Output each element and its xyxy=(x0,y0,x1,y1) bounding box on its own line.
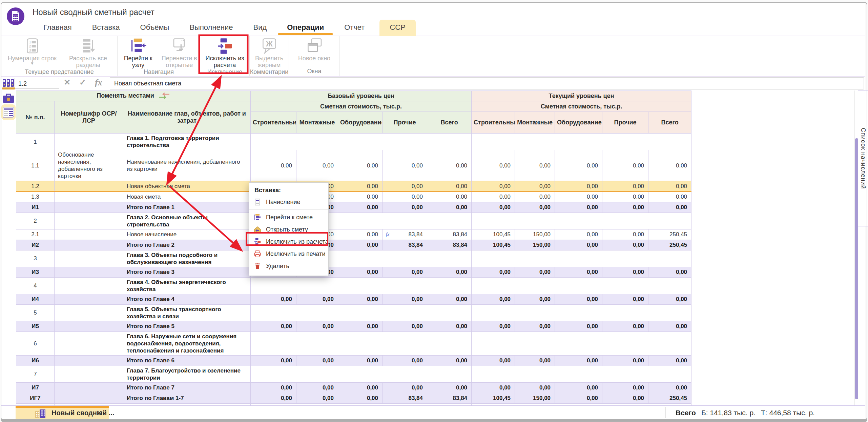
tab-ssr[interactable]: ССР xyxy=(379,20,415,36)
formula-input[interactable]: Новая объектная смета xyxy=(110,77,864,89)
fx-function-icon[interactable]: fx xyxy=(95,78,102,88)
cell-current-empty[interactable] xyxy=(472,213,691,229)
cell-base-value[interactable]: 0,00 xyxy=(251,321,296,331)
cell-current-value[interactable]: 100,45 xyxy=(472,240,515,250)
cell-current-value[interactable]: 0,00 xyxy=(602,382,648,393)
table-row[interactable]: И2Итого по Главе 20,000,000,0083,8483,84… xyxy=(16,240,691,250)
col-header-base-other[interactable]: Прочие xyxy=(383,112,427,134)
cell-base-value[interactable]: 0,00 xyxy=(251,150,296,181)
table-row[interactable]: 3Глава 3. Объекты подсобного и обслужива… xyxy=(16,250,691,267)
col-header-name[interactable]: Наименование глав, объектов, работ и зат… xyxy=(123,101,251,134)
cell-current-empty[interactable] xyxy=(472,331,691,355)
cell-base-value[interactable]: 0,00 xyxy=(383,355,427,366)
table-row[interactable]: И3Итого по Главе 30,000,000,000,000,000,… xyxy=(16,267,691,277)
cell-current-value[interactable]: 150,00 xyxy=(515,229,555,240)
cell-base-value[interactable]: 0,00 xyxy=(427,150,472,181)
cell-current-value[interactable]: 100,45 xyxy=(472,393,515,403)
cell-base-value[interactable]: 0,00 xyxy=(427,382,472,393)
bold-comment-button[interactable]: Ж Выделить жирным xyxy=(250,38,288,68)
cell-row-num[interactable]: ИГ7 xyxy=(16,393,55,403)
cell-base-empty[interactable] xyxy=(251,331,472,355)
cell-current-empty[interactable] xyxy=(472,250,691,267)
cell-name[interactable]: Новое начисление xyxy=(123,229,251,240)
cell-name[interactable]: Глава 5. Объекты транспортного хозяйства… xyxy=(123,304,251,321)
cell-current-value[interactable]: 0,00 xyxy=(472,382,515,393)
tab-vypolnenie[interactable]: Выполнение xyxy=(184,20,238,36)
cell-current-value[interactable]: 250,45 xyxy=(648,229,691,240)
cell-code[interactable] xyxy=(55,331,123,355)
cell-current-value[interactable]: 0,00 xyxy=(648,294,691,304)
cell-name[interactable]: Наименование начисления, добавленного из… xyxy=(123,150,251,181)
cell-name[interactable]: Глава 3. Объекты подсобного и обслуживаю… xyxy=(123,250,251,267)
cell-base-value[interactable]: 0,00 xyxy=(296,382,338,393)
binders-icon[interactable] xyxy=(2,79,15,90)
col-header-curr-installation[interactable]: Монтажные xyxy=(515,112,555,134)
cell-row-num[interactable]: И7 xyxy=(16,382,55,393)
cell-current-value[interactable]: 0,00 xyxy=(555,393,602,403)
cell-base-value[interactable]: 0,00 xyxy=(383,321,427,331)
cell-current-value[interactable]: 0,00 xyxy=(555,240,602,250)
cell-current-value[interactable]: 0,00 xyxy=(602,240,648,250)
table-row[interactable]: 7Глава 7. Благоустройство и озеленение т… xyxy=(16,366,691,382)
confirm-icon[interactable]: ✓ xyxy=(79,78,86,87)
cell-current-value[interactable]: 0,00 xyxy=(515,321,555,331)
cancel-icon[interactable]: ✕ xyxy=(64,78,70,87)
table-row[interactable]: 4Глава 4. Объекты энергетического хозяйс… xyxy=(16,277,691,294)
cell-code[interactable] xyxy=(55,294,123,304)
cell-current-value[interactable]: 0,00 xyxy=(515,355,555,366)
cell-base-value[interactable]: 0,00 xyxy=(383,202,427,213)
cell-row-num[interactable]: 2.1 xyxy=(16,229,55,240)
cell-current-value[interactable]: 0,00 xyxy=(555,181,602,192)
cell-code[interactable] xyxy=(55,304,123,321)
cell-current-value[interactable]: 0,00 xyxy=(602,192,648,202)
cell-code[interactable] xyxy=(55,355,123,366)
cell-current-value[interactable]: 0,00 xyxy=(648,192,691,202)
goto-node-button[interactable]: Перейти к узлу xyxy=(118,38,159,68)
cell-row-num[interactable]: 5 xyxy=(16,304,55,321)
cell-name[interactable]: Глава 7. Благоустройство и озеленение те… xyxy=(123,366,251,382)
cell-current-value[interactable]: 0,00 xyxy=(602,294,648,304)
cell-current-value[interactable]: 0,00 xyxy=(602,229,648,240)
cell-row-num[interactable]: 7 xyxy=(16,366,55,382)
cell-current-value[interactable]: 0,00 xyxy=(648,150,691,181)
cell-row-num[interactable]: 6 xyxy=(16,331,55,355)
cell-base-value[interactable]: 83,84 xyxy=(383,240,427,250)
cell-base-value[interactable]: 0,00 xyxy=(427,294,472,304)
cell-current-value[interactable]: 0,00 xyxy=(472,321,515,331)
cell-base-value[interactable]: 0,00 xyxy=(427,355,472,366)
cell-current-value[interactable]: 0,00 xyxy=(648,181,691,192)
col-header-curr-other[interactable]: Прочие xyxy=(602,112,648,134)
cell-code[interactable] xyxy=(55,134,123,150)
table-row[interactable]: 1.3Новая смета0,000,000,000,000,000,000,… xyxy=(16,192,691,202)
exclude-from-calc-button[interactable]: Исключить из расчета xyxy=(201,38,249,68)
cell-current-value[interactable]: 150,00 xyxy=(515,240,555,250)
cell-base-value[interactable]: 0,00 xyxy=(383,267,427,277)
cell-base-value[interactable]: 0,00 xyxy=(338,294,383,304)
cell-code[interactable] xyxy=(55,382,123,393)
cell-base-value[interactable]: 0,00 xyxy=(296,321,338,331)
tab-glavnaya[interactable]: Главная xyxy=(38,20,77,36)
cell-current-value[interactable]: 0,00 xyxy=(555,355,602,366)
cell-current-value[interactable]: 0,00 xyxy=(555,150,602,181)
row-numbering-button[interactable]: 1 2 3 Нумерация строк ▼ xyxy=(3,38,61,65)
cell-base-value[interactable]: 0,00 xyxy=(338,240,383,250)
cell-current-value[interactable]: 0,00 xyxy=(472,181,515,192)
cell-current-empty[interactable] xyxy=(472,366,691,382)
cell-current-value[interactable]: 0,00 xyxy=(602,181,648,192)
document-tab[interactable]: Новый сводный ... ✕ xyxy=(16,406,109,420)
menu-item-exclude-from-print[interactable]: Исключить из печати xyxy=(249,248,328,260)
cell-current-value[interactable]: 250,45 xyxy=(648,393,691,403)
cell-row-num[interactable]: 1.2 xyxy=(16,181,55,192)
col-header-base-total[interactable]: Всего xyxy=(427,112,472,134)
cell-current-value[interactable]: 0,00 xyxy=(515,382,555,393)
cell-name[interactable]: Итого по Главе 7 xyxy=(123,382,251,393)
cell-row-num[interactable]: И2 xyxy=(16,240,55,250)
cell-current-value[interactable]: 0,00 xyxy=(648,355,691,366)
cell-base-empty[interactable] xyxy=(251,366,472,382)
cell-code[interactable] xyxy=(55,250,123,267)
menu-item-goto-estimate[interactable]: Перейти к смете xyxy=(249,211,328,223)
cell-code[interactable] xyxy=(55,321,123,331)
cell-current-value[interactable]: 250,45 xyxy=(648,240,691,250)
cell-code[interactable] xyxy=(55,240,123,250)
menu-item-accrual[interactable]: Начисление xyxy=(249,196,328,208)
